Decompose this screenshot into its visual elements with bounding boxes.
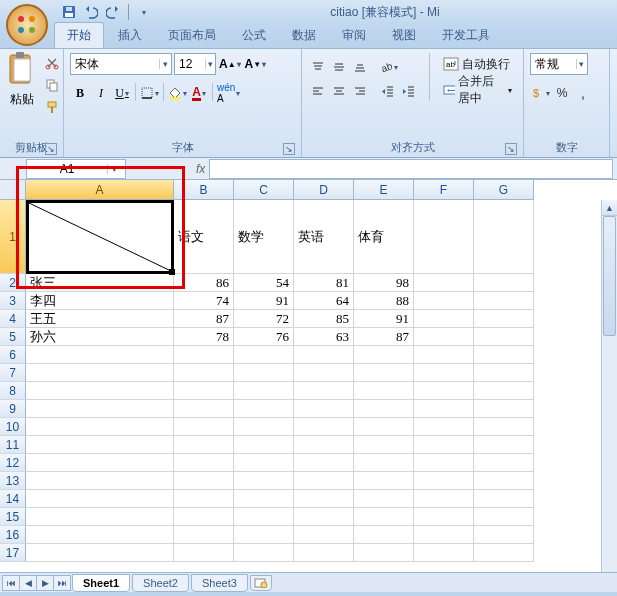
cell-G2[interactable] bbox=[474, 274, 534, 292]
row-header-3[interactable]: 3 bbox=[0, 292, 26, 310]
new-sheet-icon[interactable] bbox=[250, 575, 272, 591]
row-header-11[interactable]: 11 bbox=[0, 436, 26, 454]
cell-G5[interactable] bbox=[474, 328, 534, 346]
sheet-nav-prev-icon[interactable]: ◀ bbox=[19, 575, 37, 591]
cell-A10[interactable] bbox=[26, 418, 174, 436]
row-header-5[interactable]: 5 bbox=[0, 328, 26, 346]
clipboard-launcher-icon[interactable]: ↘ bbox=[45, 143, 57, 155]
row-header-7[interactable]: 7 bbox=[0, 364, 26, 382]
cell-E13[interactable] bbox=[354, 472, 414, 490]
bold-button[interactable]: B bbox=[70, 83, 90, 103]
cell-B1[interactable]: 语文 bbox=[174, 200, 234, 274]
cell-E14[interactable] bbox=[354, 490, 414, 508]
col-header-G[interactable]: G bbox=[474, 180, 534, 200]
select-all-corner[interactable] bbox=[0, 180, 26, 200]
cell-A4[interactable]: 王五 bbox=[26, 310, 174, 328]
cell-A9[interactable] bbox=[26, 400, 174, 418]
cell-D4[interactable]: 85 bbox=[294, 310, 354, 328]
tab-insert[interactable]: 插入 bbox=[106, 23, 154, 48]
col-header-B[interactable]: B bbox=[174, 180, 234, 200]
cell-A6[interactable] bbox=[26, 346, 174, 364]
scroll-up-icon[interactable]: ▲ bbox=[602, 200, 617, 216]
align-left-icon[interactable] bbox=[308, 81, 328, 101]
cell-E3[interactable]: 88 bbox=[354, 292, 414, 310]
cell-D10[interactable] bbox=[294, 418, 354, 436]
cell-C3[interactable]: 91 bbox=[234, 292, 294, 310]
sheet-nav-first-icon[interactable]: ⏮ bbox=[2, 575, 20, 591]
cell-D1[interactable]: 英语 bbox=[294, 200, 354, 274]
cell-E7[interactable] bbox=[354, 364, 414, 382]
cell-A7[interactable] bbox=[26, 364, 174, 382]
font-launcher-icon[interactable]: ↘ bbox=[283, 143, 295, 155]
cell-B6[interactable] bbox=[174, 346, 234, 364]
cell-B10[interactable] bbox=[174, 418, 234, 436]
cell-D16[interactable] bbox=[294, 526, 354, 544]
cell-G8[interactable] bbox=[474, 382, 534, 400]
cell-A12[interactable] bbox=[26, 454, 174, 472]
number-format-combo[interactable]: ▾ bbox=[530, 53, 588, 75]
paste-button[interactable]: 粘贴 bbox=[6, 51, 38, 108]
chevron-down-icon[interactable]: ▾ bbox=[205, 59, 215, 69]
cell-G11[interactable] bbox=[474, 436, 534, 454]
cell-A1[interactable] bbox=[26, 200, 174, 274]
cell-D9[interactable] bbox=[294, 400, 354, 418]
cell-A11[interactable] bbox=[26, 436, 174, 454]
qat-undo-icon[interactable] bbox=[82, 3, 100, 21]
row-header-2[interactable]: 2 bbox=[0, 274, 26, 292]
cell-B5[interactable]: 78 bbox=[174, 328, 234, 346]
row-header-17[interactable]: 17 bbox=[0, 544, 26, 562]
cell-D8[interactable] bbox=[294, 382, 354, 400]
cell-F9[interactable] bbox=[414, 400, 474, 418]
align-bottom-icon[interactable] bbox=[350, 57, 370, 77]
cell-A13[interactable] bbox=[26, 472, 174, 490]
cell-B7[interactable] bbox=[174, 364, 234, 382]
fill-color-icon[interactable] bbox=[167, 83, 188, 103]
cell-E11[interactable] bbox=[354, 436, 414, 454]
cell-A14[interactable] bbox=[26, 490, 174, 508]
align-center-icon[interactable] bbox=[329, 81, 349, 101]
vertical-scrollbar[interactable]: ▲ bbox=[601, 200, 617, 572]
cell-D13[interactable] bbox=[294, 472, 354, 490]
align-right-icon[interactable] bbox=[350, 81, 370, 101]
cell-A17[interactable] bbox=[26, 544, 174, 562]
cell-F14[interactable] bbox=[414, 490, 474, 508]
cell-G16[interactable] bbox=[474, 526, 534, 544]
sheet-nav-last-icon[interactable]: ⏭ bbox=[53, 575, 71, 591]
chevron-down-icon[interactable]: ▾ bbox=[107, 164, 121, 174]
cell-G3[interactable] bbox=[474, 292, 534, 310]
cell-C6[interactable] bbox=[234, 346, 294, 364]
sheet-tab-1[interactable]: Sheet1 bbox=[72, 574, 130, 592]
cell-A16[interactable] bbox=[26, 526, 174, 544]
fx-icon[interactable]: fx bbox=[196, 162, 205, 176]
cell-G10[interactable] bbox=[474, 418, 534, 436]
cell-F6[interactable] bbox=[414, 346, 474, 364]
cell-F12[interactable] bbox=[414, 454, 474, 472]
cell-B11[interactable] bbox=[174, 436, 234, 454]
row-header-1[interactable]: 1 bbox=[0, 200, 26, 274]
currency-icon[interactable]: $ bbox=[530, 83, 551, 103]
cell-B8[interactable] bbox=[174, 382, 234, 400]
cell-D15[interactable] bbox=[294, 508, 354, 526]
decrease-indent-icon[interactable] bbox=[378, 81, 398, 101]
cell-E4[interactable]: 91 bbox=[354, 310, 414, 328]
cell-D7[interactable] bbox=[294, 364, 354, 382]
tab-view[interactable]: 视图 bbox=[380, 23, 428, 48]
scroll-thumb[interactable] bbox=[603, 216, 616, 336]
cell-C5[interactable]: 76 bbox=[234, 328, 294, 346]
cell-B13[interactable] bbox=[174, 472, 234, 490]
cell-D11[interactable] bbox=[294, 436, 354, 454]
cell-G9[interactable] bbox=[474, 400, 534, 418]
cell-D5[interactable]: 63 bbox=[294, 328, 354, 346]
merge-center-button[interactable]: ⟷合并后居中▾ bbox=[438, 79, 517, 101]
align-launcher-icon[interactable]: ↘ bbox=[505, 143, 517, 155]
cell-B3[interactable]: 74 bbox=[174, 292, 234, 310]
cell-E15[interactable] bbox=[354, 508, 414, 526]
cell-D17[interactable] bbox=[294, 544, 354, 562]
cell-F7[interactable] bbox=[414, 364, 474, 382]
cell-F17[interactable] bbox=[414, 544, 474, 562]
wrap-text-button[interactable]: ab自动换行 bbox=[438, 53, 517, 75]
cell-E12[interactable] bbox=[354, 454, 414, 472]
format-painter-icon[interactable] bbox=[42, 97, 62, 117]
align-middle-icon[interactable] bbox=[329, 57, 349, 77]
cell-C11[interactable] bbox=[234, 436, 294, 454]
